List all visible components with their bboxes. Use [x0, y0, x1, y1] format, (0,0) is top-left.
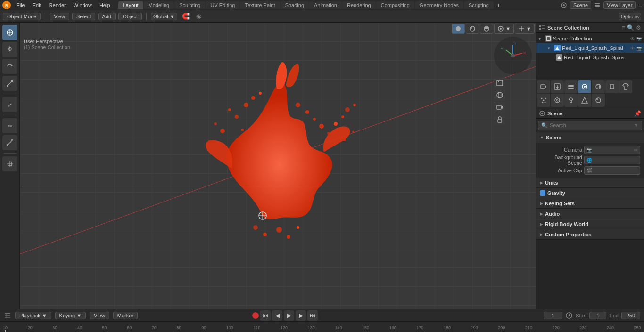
menu-render[interactable]: Render — [46, 1, 69, 9]
outliner-filter-icon[interactable]: ≡ — [622, 24, 625, 31]
audio-section[interactable]: ▶ Audio — [536, 209, 644, 219]
options-btn[interactable]: Options — [619, 13, 641, 20]
search-dropdown-icon[interactable]: ▼ — [634, 122, 639, 128]
rotate-tool-btn[interactable] — [2, 59, 17, 74]
tab-compositing[interactable]: Compositing — [376, 1, 414, 9]
scale-tool-btn[interactable] — [2, 76, 17, 91]
mode-dropdown[interactable]: Object Mode — [3, 13, 41, 20]
start-frame-input[interactable] — [589, 312, 606, 319]
outliner-row-obj1[interactable]: ▼ Red_Liquid_Splash_Spiral 👁 📷 — [536, 43, 644, 53]
tab-geometry-nodes[interactable]: Geometry Nodes — [415, 1, 463, 9]
marker-menu[interactable]: Marker — [113, 312, 138, 319]
props-render-btn[interactable] — [537, 80, 550, 93]
props-view-layer-btn[interactable] — [564, 80, 578, 93]
viewport-shading-material[interactable] — [466, 24, 479, 34]
vp-nav-camera-btn[interactable] — [494, 102, 505, 113]
menu-file[interactable]: File — [13, 1, 28, 9]
outliner-render-obj1[interactable]: 📷 — [636, 46, 642, 51]
outliner-row-scene-collection[interactable]: ▼ Scene Collection 👁 📷 — [536, 34, 644, 43]
current-frame-input[interactable] — [544, 312, 562, 319]
select-menu[interactable]: Select — [72, 13, 95, 20]
props-modifier-btn[interactable] — [619, 80, 632, 93]
gizmos-btn[interactable]: ▼ — [515, 24, 535, 34]
move-tool-btn[interactable]: ✥ — [2, 42, 17, 57]
props-object-btn[interactable] — [605, 80, 619, 93]
proportional-edit-icon[interactable]: ◉ — [194, 13, 203, 20]
next-frame-btn[interactable]: ▶ — [296, 310, 306, 321]
timeline-content[interactable] — [0, 330, 644, 332]
tab-uv-editing[interactable]: UV Editing — [206, 1, 239, 9]
annotate-tool-btn[interactable]: ✏ — [2, 118, 17, 133]
blender-logo[interactable]: B — [2, 0, 11, 10]
vp-nav-lock-btn[interactable] — [494, 114, 505, 125]
background-scene-field[interactable]: 🌐 — [584, 156, 640, 164]
tab-shading[interactable]: Shading — [281, 1, 309, 9]
jump-end-btn[interactable]: ⏭ — [307, 310, 318, 321]
tab-scripting[interactable]: Scripting — [464, 1, 494, 9]
props-constraints-btn[interactable] — [564, 94, 578, 107]
props-world-btn[interactable] — [592, 80, 605, 93]
add-primitive-btn[interactable] — [2, 156, 17, 171]
filter-icon[interactable]: ≡ — [638, 1, 642, 8]
outliner-render-icon[interactable]: 📷 — [636, 36, 642, 41]
camera-field[interactable]: 📷 ✏ — [584, 146, 640, 154]
play-btn[interactable]: ▶ — [284, 310, 294, 321]
menu-help[interactable]: Help — [96, 1, 114, 9]
gravity-checkbox[interactable] — [540, 190, 545, 196]
tab-texture-paint[interactable]: Texture Paint — [240, 1, 280, 9]
transform-tool-btn[interactable]: ⤢ — [2, 97, 17, 112]
transform-dropdown[interactable]: Global ▼ — [151, 13, 177, 20]
menu-window[interactable]: Window — [70, 1, 95, 9]
scene-section-header[interactable]: ▼ Scene — [536, 132, 644, 143]
vp-nav-perspective-btn[interactable] — [494, 77, 505, 89]
object-menu[interactable]: Object — [118, 13, 142, 20]
keying-sets-section[interactable]: ▶ Keying Sets — [536, 198, 644, 209]
scene-selector[interactable]: Scene — [570, 1, 591, 9]
vp-nav-local-global-btn[interactable] — [494, 89, 505, 101]
units-section[interactable]: ▶ Units — [536, 178, 644, 188]
jump-start-btn[interactable]: ⏮ — [260, 310, 271, 321]
viewport-shading-solid[interactable] — [452, 24, 465, 34]
tab-layout[interactable]: Layout — [118, 1, 143, 9]
viewport-area[interactable]: User Perspective (1) Scene Collection X … — [20, 23, 536, 309]
outliner-settings-icon[interactable]: ⚙ — [636, 24, 641, 31]
tab-rendering[interactable]: Rendering — [342, 1, 376, 9]
outliner-eye-obj1[interactable]: 👁 — [630, 46, 635, 51]
props-particles-btn[interactable] — [537, 94, 550, 107]
view-layer-selector[interactable]: View Layer — [603, 1, 636, 9]
camera-edit-icon[interactable]: ✏ — [634, 147, 638, 153]
view-menu-timeline[interactable]: View — [90, 312, 109, 319]
properties-pin-icon[interactable]: 📌 — [634, 110, 641, 117]
tab-animation[interactable]: Animation — [309, 1, 342, 9]
tab-modeling[interactable]: Modeling — [144, 1, 174, 9]
outliner-expand-scene[interactable]: ▼ — [538, 37, 544, 41]
outliner-row-mesh1[interactable]: Red_Liquid_Splash_Spira — [536, 53, 644, 62]
outliner-eye-icon[interactable]: 👁 — [630, 36, 635, 41]
viewport-shading-rendered[interactable] — [480, 24, 493, 34]
props-material-btn[interactable] — [592, 94, 605, 107]
keying-menu[interactable]: Keying ▼ — [55, 312, 86, 319]
properties-search-input[interactable] — [550, 122, 632, 128]
overlays-btn[interactable]: ▼ — [494, 24, 514, 34]
add-workspace-tab[interactable]: + — [494, 0, 504, 9]
rigid-body-section[interactable]: ▶ Rigid Body World — [536, 219, 644, 229]
active-clip-field[interactable]: 🎬 — [584, 166, 640, 175]
cursor-tool-btn[interactable] — [2, 25, 17, 40]
props-data-btn[interactable] — [578, 94, 591, 107]
prev-frame-btn[interactable]: ◀ — [272, 310, 282, 321]
menu-edit[interactable]: Edit — [29, 1, 45, 9]
gravity-section[interactable]: Gravity — [536, 188, 644, 198]
custom-props-section[interactable]: ▶ Custom Properties — [536, 229, 644, 240]
props-scene-btn[interactable] — [578, 80, 591, 93]
props-output-btn[interactable] — [551, 80, 564, 93]
axes-widget[interactable]: X Y Z — [494, 37, 532, 74]
outliner-expand-obj1[interactable]: ▼ — [547, 46, 553, 50]
record-btn[interactable] — [252, 312, 259, 319]
view-menu[interactable]: View — [50, 13, 69, 20]
snap-icon[interactable]: 🧲 — [180, 13, 191, 20]
props-physics-btn[interactable] — [551, 94, 564, 107]
tab-sculpting[interactable]: Sculpting — [174, 1, 205, 9]
playback-menu[interactable]: Playback ▼ — [15, 312, 51, 319]
measure-tool-btn[interactable] — [2, 135, 17, 150]
outliner-search-icon[interactable]: 🔍 — [627, 24, 634, 31]
